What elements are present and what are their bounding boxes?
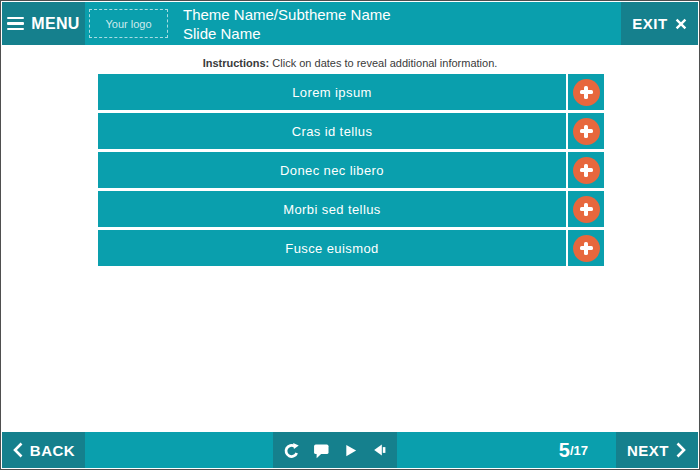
expand-button[interactable] [568, 113, 604, 149]
date-bar[interactable]: Morbi sed tellus [98, 191, 566, 227]
instructions-body: Click on dates to reveal additional info… [272, 57, 497, 69]
page-counter: 5/17 [559, 432, 588, 468]
menu-label: MENU [31, 15, 79, 33]
replay-icon [283, 442, 300, 459]
list-item: Fusce euismod [98, 230, 604, 266]
list-item: Morbi sed tellus [98, 191, 604, 227]
date-list: Lorem ipsum Cras id tellus Donec nec lib… [98, 74, 604, 269]
back-label: BACK [30, 442, 75, 459]
expand-button[interactable] [568, 191, 604, 227]
course-slide: MENU Your logo Theme Name/Subtheme Name … [0, 0, 700, 470]
player-controls [273, 432, 397, 468]
chevron-right-icon [675, 442, 687, 458]
comment-button[interactable] [313, 442, 330, 459]
theme-title: Theme Name/Subtheme Name [183, 5, 391, 24]
date-bar[interactable]: Lorem ipsum [98, 74, 566, 110]
date-bar[interactable]: Fusce euismod [98, 230, 566, 266]
list-item: Cras id tellus [98, 113, 604, 149]
menu-button[interactable]: MENU [2, 2, 85, 45]
close-icon [675, 18, 687, 30]
plus-icon [573, 235, 600, 262]
page-total: /17 [570, 443, 588, 458]
plus-icon [573, 157, 600, 184]
instructions-label: Instructions: [203, 57, 270, 69]
top-bar: MENU Your logo Theme Name/Subtheme Name … [2, 2, 698, 45]
expand-button[interactable] [568, 152, 604, 188]
logo-text: Your logo [105, 18, 151, 30]
next-label: NEXT [627, 442, 669, 459]
instructions-text: Instructions: Click on dates to reveal a… [1, 57, 699, 69]
expand-button[interactable] [568, 74, 604, 110]
audio-button[interactable] [371, 442, 387, 458]
plus-icon [573, 118, 600, 145]
hamburger-icon [7, 17, 24, 30]
date-bar[interactable]: Donec nec libero [98, 152, 566, 188]
speaker-icon [371, 442, 387, 458]
bottom-bar: BACK [2, 432, 698, 468]
back-button[interactable]: BACK [2, 432, 85, 468]
plus-icon [573, 79, 600, 106]
chevron-left-icon [12, 442, 24, 458]
replay-button[interactable] [283, 442, 300, 459]
logo-placeholder: Your logo [89, 9, 168, 38]
comment-icon [313, 442, 330, 459]
exit-label: EXIT [632, 15, 668, 32]
date-bar[interactable]: Cras id tellus [98, 113, 566, 149]
exit-button[interactable]: EXIT [621, 2, 698, 45]
page-current: 5 [559, 439, 570, 462]
slide-titles: Theme Name/Subtheme Name Slide Name [183, 5, 391, 43]
slide-title: Slide Name [183, 24, 391, 43]
plus-icon [573, 196, 600, 223]
list-item: Lorem ipsum [98, 74, 604, 110]
play-icon [343, 443, 358, 458]
next-button[interactable]: NEXT [616, 432, 698, 468]
play-button[interactable] [343, 443, 358, 458]
list-item: Donec nec libero [98, 152, 604, 188]
expand-button[interactable] [568, 230, 604, 266]
